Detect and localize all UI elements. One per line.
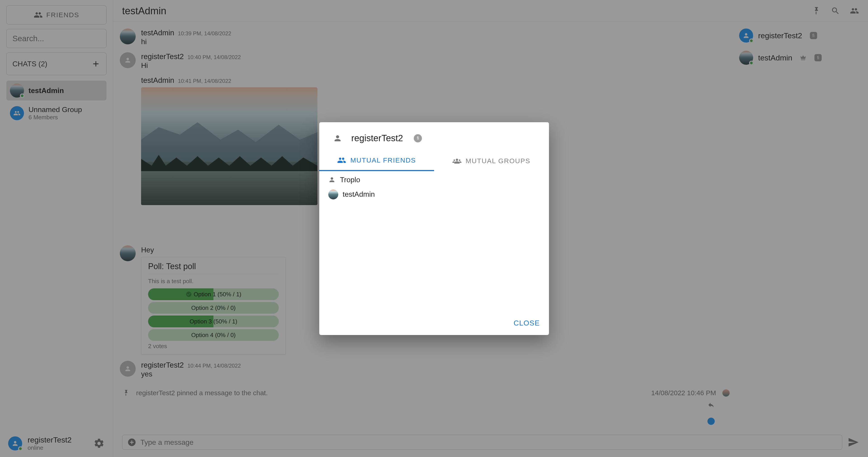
- mutual-friend-row[interactable]: testAdmin: [328, 190, 540, 199]
- dialog-username: registerTest2: [351, 133, 403, 143]
- dialog-actions: CLOSE: [319, 314, 549, 335]
- user-profile-dialog: registerTest2 fi MUTUAL FRIENDS MUTUAL G…: [319, 122, 549, 335]
- mutual-friend-row[interactable]: Troplo: [328, 176, 540, 184]
- groups-icon: [453, 156, 462, 166]
- person-icon: [332, 133, 343, 144]
- tab-mutual-friends[interactable]: MUTUAL FRIENDS: [319, 151, 434, 171]
- avatar: [328, 190, 338, 199]
- tab-mutual-groups[interactable]: MUTUAL GROUPS: [434, 151, 549, 171]
- tab-label: MUTUAL GROUPS: [466, 157, 530, 165]
- dialog-body: Troplo testAdmin: [319, 171, 549, 314]
- friend-name: testAdmin: [343, 190, 375, 199]
- tab-label: MUTUAL FRIENDS: [350, 156, 416, 164]
- person-icon: [328, 176, 336, 183]
- dialog-tabs: MUTUAL FRIENDS MUTUAL GROUPS: [319, 151, 549, 171]
- close-button[interactable]: CLOSE: [514, 319, 540, 327]
- user-badge: fi: [414, 134, 422, 142]
- dialog-header: registerTest2 fi: [319, 122, 549, 151]
- people-icon: [337, 156, 346, 165]
- friend-name: Troplo: [340, 176, 361, 184]
